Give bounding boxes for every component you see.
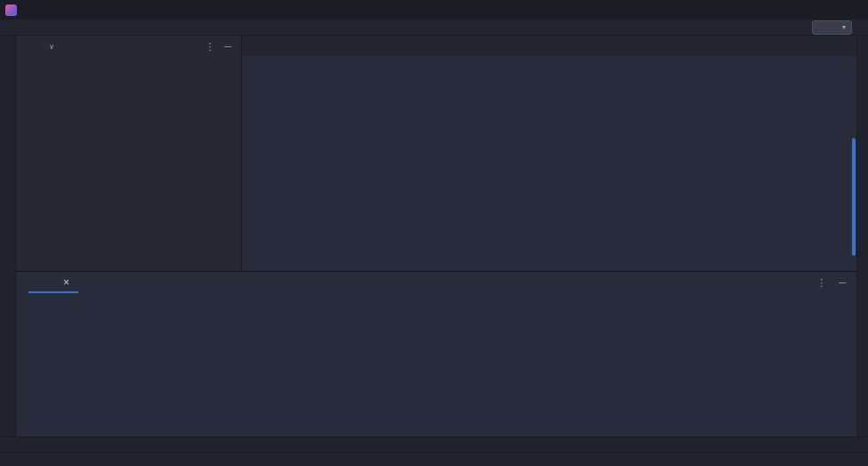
tool-windows-icon[interactable]	[4, 453, 19, 466]
php-elephant-icon	[40, 277, 52, 288]
app-logo-icon	[5, 4, 17, 16]
run-console-output[interactable]	[50, 293, 856, 437]
title-bar	[0, 0, 868, 20]
run-panel: × ⋮ ─	[16, 271, 856, 437]
navigation-bar: ▾	[0, 20, 868, 36]
left-tool-strip	[0, 36, 16, 437]
tool-window-bar	[0, 437, 868, 452]
run-config-selector[interactable]: ▾	[812, 20, 852, 35]
close-icon[interactable]: ×	[63, 276, 69, 289]
run-panel-header: × ⋮ ─	[16, 272, 856, 293]
hide-panel-icon[interactable]: ─	[222, 41, 234, 52]
chevron-down-icon: ▾	[842, 23, 846, 31]
project-tree	[16, 57, 241, 271]
console-toolbar	[33, 293, 50, 437]
close-button[interactable]	[840, 0, 868, 20]
build-hammer-icon[interactable]	[791, 20, 805, 35]
more-options-icon[interactable]: ⋮	[816, 277, 826, 289]
editor-area	[242, 36, 856, 271]
window-controls	[783, 0, 868, 20]
editor-tabs	[242, 36, 856, 56]
status-bar	[0, 452, 868, 466]
chevron-down-icon[interactable]: ∨	[49, 43, 54, 51]
minimize-button[interactable]	[783, 0, 811, 20]
hide-panel-icon[interactable]: ─	[839, 277, 846, 289]
main-toolbar: ▾	[791, 20, 863, 35]
project-icon	[26, 41, 37, 52]
code-editor[interactable]	[242, 56, 856, 271]
scrollbar-change-stripe[interactable]	[852, 138, 856, 256]
project-panel: ∨ ⋮ ─	[16, 36, 242, 271]
run-tab-index[interactable]: ×	[28, 272, 78, 293]
project-panel-header: ∨ ⋮ ─	[16, 36, 241, 57]
run-toolbar	[16, 293, 33, 437]
right-tool-strip	[856, 36, 868, 437]
maximize-button[interactable]	[811, 0, 840, 20]
locate-file-icon[interactable]	[183, 39, 198, 53]
more-options-icon[interactable]: ⋮	[202, 41, 217, 53]
php-elephant-icon	[821, 22, 832, 33]
